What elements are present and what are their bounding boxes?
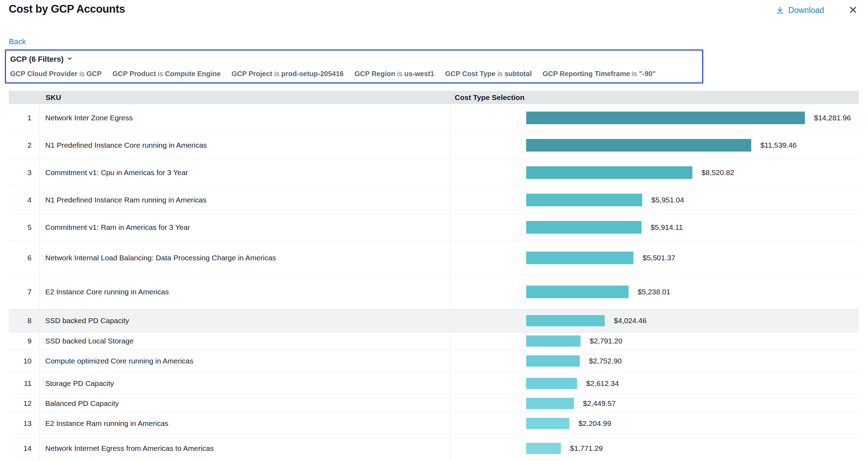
filter-condition[interactable]: GCP Cloud Provider is GCP bbox=[10, 70, 102, 78]
sku-cell: SSD backed Local Storage bbox=[40, 333, 450, 349]
cost-bar[interactable] bbox=[526, 315, 605, 326]
filter-condition[interactable]: GCP Cost Type is subtotal bbox=[445, 70, 532, 78]
row-index: 10 bbox=[9, 350, 40, 372]
sku-cell: Compute optimized Core running in Americ… bbox=[40, 350, 450, 372]
filter-operator: is bbox=[274, 70, 279, 78]
row-index: 4 bbox=[9, 186, 40, 213]
bar-cell: $2,612.34 bbox=[450, 373, 859, 394]
header-actions: Download ✕ bbox=[776, 5, 857, 15]
table-row[interactable]: 14Network Internet Egress from Americas … bbox=[9, 435, 859, 461]
sku-cell: Storage PD Capacity bbox=[40, 373, 450, 394]
filter-field: GCP Project bbox=[231, 70, 272, 78]
bar-cell: $8,520.82 bbox=[450, 159, 859, 186]
download-icon bbox=[776, 6, 784, 14]
filter-condition[interactable]: GCP Project is prod-setup-205416 bbox=[231, 70, 344, 78]
cost-bar[interactable] bbox=[526, 252, 633, 264]
cost-bar[interactable] bbox=[526, 418, 569, 429]
filter-value: subtotal bbox=[504, 70, 532, 78]
filter-field: GCP Region bbox=[354, 70, 395, 78]
bar-cell: $1,771.29 bbox=[450, 435, 859, 461]
filter-condition[interactable]: GCP Reporting Timeframe is "-90" bbox=[543, 70, 656, 78]
table-row[interactable]: 3Commitment v1: Cpu in Americas for 3 Ye… bbox=[9, 159, 859, 186]
back-link[interactable]: Back bbox=[9, 37, 26, 46]
download-button[interactable]: Download bbox=[776, 6, 824, 15]
page-title: Cost by GCP Accounts bbox=[9, 3, 125, 15]
cost-bar[interactable] bbox=[526, 355, 580, 367]
row-index: 12 bbox=[9, 395, 40, 412]
cost-value-label: $2,204.99 bbox=[578, 419, 611, 428]
filter-operator: is bbox=[79, 70, 84, 78]
table-row[interactable]: 7E2 Instance Core running in Americas$5,… bbox=[9, 275, 859, 309]
row-index: 11 bbox=[9, 373, 40, 394]
cost-bar[interactable] bbox=[526, 139, 751, 152]
table-row[interactable]: 9SSD backed Local Storage$2,791.20 bbox=[9, 333, 859, 350]
table-row[interactable]: 6Network Internal Load Balancing: Data P… bbox=[9, 241, 859, 275]
table-row[interactable]: 12Balanced PD Capacity$2,449.57 bbox=[9, 395, 859, 413]
filter-list: GCP Cloud Provider is GCPGCP Product is … bbox=[10, 70, 699, 78]
cost-bar[interactable] bbox=[526, 221, 642, 234]
column-header-sku: SKU bbox=[40, 93, 450, 102]
filter-value: us-west1 bbox=[404, 70, 434, 78]
filter-operator: is bbox=[632, 70, 637, 78]
sku-cell: Network Internal Load Balancing: Data Pr… bbox=[40, 241, 450, 275]
row-index: 2 bbox=[9, 132, 40, 159]
sku-cell: N1 Predefined Instance Ram running in Am… bbox=[40, 186, 450, 213]
row-index: 8 bbox=[9, 309, 40, 332]
table-body: 1Network Inter Zone Egress$14,281.962N1 … bbox=[9, 104, 859, 461]
bar-cell: $5,951.04 bbox=[450, 186, 859, 213]
cost-bar[interactable] bbox=[526, 112, 805, 124]
bar-cell: $2,752.90 bbox=[450, 350, 859, 372]
cost-bar[interactable] bbox=[526, 335, 581, 347]
filter-condition[interactable]: GCP Product is Compute Engine bbox=[113, 70, 221, 78]
cost-bar[interactable] bbox=[526, 398, 574, 409]
bar-cell: $2,791.20 bbox=[450, 333, 859, 349]
table-row[interactable]: 8SSD backed PD Capacity$4,024.46 bbox=[9, 309, 859, 333]
cost-value-label: $14,281.96 bbox=[814, 114, 851, 122]
sku-cell: E2 Instance Core running in Americas bbox=[40, 275, 450, 309]
cost-value-label: $2,791.20 bbox=[590, 337, 622, 345]
sku-cell: E2 Instance Ram running in Americas bbox=[40, 413, 450, 434]
bar-cell: $4,024.46 bbox=[450, 309, 859, 332]
sku-cell: Network Internet Egress from Americas to… bbox=[40, 435, 450, 461]
table-row[interactable]: 4N1 Predefined Instance Ram running in A… bbox=[9, 186, 859, 214]
cost-value-label: $2,449.57 bbox=[583, 399, 616, 408]
filter-value: prod-setup-205416 bbox=[281, 70, 344, 78]
filter-operator: is bbox=[158, 70, 163, 78]
cost-bar[interactable] bbox=[526, 286, 629, 298]
filter-operator: is bbox=[497, 70, 502, 78]
table-header: SKU Cost Type Selection bbox=[9, 91, 859, 104]
table-row[interactable]: 13E2 Instance Ram running in Americas$2,… bbox=[9, 413, 859, 435]
column-header-cost-type-selection: Cost Type Selection bbox=[450, 93, 859, 102]
filter-value: "-90" bbox=[639, 70, 656, 78]
filter-summary-label: GCP (6 Filters) bbox=[10, 55, 63, 64]
row-index: 13 bbox=[9, 413, 40, 434]
cost-bar[interactable] bbox=[526, 194, 642, 206]
bar-cell: $2,204.99 bbox=[450, 413, 859, 434]
cost-bar[interactable] bbox=[526, 443, 561, 454]
bar-cell: $5,501.37 bbox=[450, 241, 859, 275]
filter-field: GCP Product bbox=[113, 70, 156, 78]
cost-value-label: $5,238.01 bbox=[638, 288, 670, 296]
row-index: 5 bbox=[9, 214, 40, 241]
sku-cell: Commitment v1: Cpu in Americas for 3 Yea… bbox=[40, 159, 450, 186]
row-index: 6 bbox=[9, 241, 40, 275]
filter-panel: GCP (6 Filters) GCP Cloud Provider is GC… bbox=[5, 49, 703, 83]
table-row[interactable]: 11Storage PD Capacity$2,612.34 bbox=[9, 373, 859, 395]
table-row[interactable]: 1Network Inter Zone Egress$14,281.96 bbox=[9, 104, 859, 132]
cost-value-label: $8,520.82 bbox=[701, 168, 734, 177]
sku-cell: N1 Predefined Instance Core running in A… bbox=[40, 132, 450, 159]
table-row[interactable]: 5Commitment v1: Ram in Americas for 3 Ye… bbox=[9, 214, 859, 241]
table-row[interactable]: 10Compute optimized Core running in Amer… bbox=[9, 350, 859, 373]
filter-summary-dropdown[interactable]: GCP (6 Filters) bbox=[10, 55, 73, 64]
bar-cell: $11,539.46 bbox=[450, 132, 859, 159]
filter-field: GCP Reporting Timeframe bbox=[543, 70, 630, 78]
close-icon[interactable]: ✕ bbox=[849, 5, 857, 15]
table-row[interactable]: 2N1 Predefined Instance Core running in … bbox=[9, 132, 859, 159]
filter-operator: is bbox=[397, 70, 402, 78]
cost-bar[interactable] bbox=[526, 166, 692, 179]
filter-condition[interactable]: GCP Region is us-west1 bbox=[354, 70, 434, 78]
cost-value-label: $11,539.46 bbox=[760, 141, 797, 149]
cost-bar[interactable] bbox=[526, 378, 577, 389]
sku-cell: Commitment v1: Ram in Americas for 3 Yea… bbox=[40, 214, 450, 241]
cost-value-label: $2,612.34 bbox=[586, 379, 619, 388]
